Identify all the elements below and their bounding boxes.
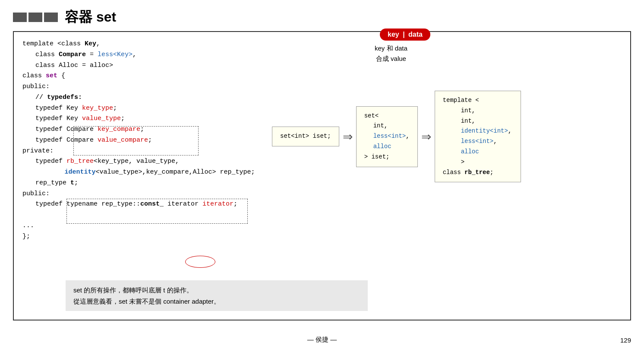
flow-box-3: template < int, int, identity<int>, less…: [435, 91, 521, 182]
key-data-bubble: key | data: [380, 29, 430, 41]
page-header: 容器 set: [0, 0, 644, 31]
icon-rect-2: [28, 13, 42, 22]
code-line-5: public:: [22, 82, 273, 92]
caption-text: key 和 data 合成 value: [375, 43, 407, 64]
icon-rect-1: [13, 13, 27, 22]
code-line-14: rep_type t;: [35, 178, 273, 189]
code-line-9: typedef Compare key_compare;: [35, 124, 273, 135]
code-line-18: };: [22, 232, 273, 242]
flow-arrow-1: ⇒: [343, 130, 353, 144]
code-line-1: template <class Key,: [22, 39, 273, 50]
flow-box-1: set<int> iset;: [272, 127, 339, 146]
code-line-17: ...: [22, 221, 273, 232]
flow-box-3-line1: template <: [443, 97, 479, 104]
flow-box-3-line8: class rb_tree;: [443, 169, 494, 176]
code-line-4: class set {: [22, 71, 273, 82]
code-line-10: typedef Compare value_compare;: [35, 135, 273, 146]
code-line-8: typedef Key value_type;: [35, 114, 273, 124]
page-title: 容器 set: [65, 8, 116, 27]
note-line1: set 的所有操作，都轉呼叫底層 t 的操作。: [73, 285, 360, 296]
icon-rect-3: [44, 13, 58, 22]
bubble-key: key: [388, 31, 399, 38]
code-line-12: typedef rb_tree<key_type, value_type,: [35, 156, 273, 167]
diagram-area: key | data key 和 data 合成 value set<int> …: [259, 32, 630, 41]
flow-box-3-line7: >: [461, 159, 464, 165]
oval-const: [185, 256, 215, 268]
flow-box-2-line1: set<: [364, 112, 379, 119]
flow-box-2: set< int, less<int>, alloc > iset;: [356, 106, 418, 167]
note-line2: 從這層意義看，set 未嘗不是個 container adapter。: [73, 296, 360, 307]
footer-author: — 侯捷 —: [0, 336, 644, 344]
flow-diagram: set<int> iset; ⇒ set< int, less<int>, al…: [272, 91, 521, 182]
footer-page: 129: [620, 336, 631, 344]
caption-line2: 合成 value: [375, 54, 407, 64]
code-line-16: typedef typename rep_type::const_ iterat…: [35, 199, 273, 210]
code-line-2: class Compare = less<Key>,: [35, 50, 273, 60]
flow-box-2-line2: int,: [373, 122, 388, 129]
code-line-7: typedef Key key_type;: [35, 103, 273, 114]
code-line-6: // typedefs:: [35, 92, 273, 103]
code-line-13: identity<value_type>,key_compare,Alloc> …: [65, 167, 273, 178]
bubble-data: data: [408, 31, 423, 38]
note-box: set 的所有操作，都轉呼叫底層 t 的操作。 從這層意義看，set 未嘗不是個…: [66, 280, 368, 311]
flow-box-3-line3: int,: [461, 117, 476, 124]
caption-line1: key 和 data: [375, 43, 407, 54]
flow-box-3-line2: int,: [461, 107, 476, 114]
flow-box-2-line4: alloc: [373, 143, 391, 150]
code-line-15: public:: [22, 189, 273, 200]
code-line-11: private:: [22, 146, 273, 157]
code-line-3: class Alloc = alloc>: [35, 60, 273, 71]
flow-arrow-2: ⇒: [421, 130, 431, 144]
flow-box-2-line5: > iset;: [364, 153, 390, 160]
flow-box-2-line3: less<int>,: [373, 133, 410, 140]
main-content-area: template <class Key, class Compare = les…: [13, 31, 631, 320]
flow-box-3-line4: identity<int>,: [461, 127, 512, 134]
bubble-separator: |: [401, 31, 407, 38]
flow-box-3-line6: alloc: [461, 148, 479, 155]
header-icons: [13, 13, 58, 22]
code-block: template <class Key, class Compare = les…: [22, 39, 273, 242]
flow-box-1-text: set<int> iset;: [280, 133, 331, 140]
flow-box-3-line5: less<int>,: [461, 138, 497, 145]
